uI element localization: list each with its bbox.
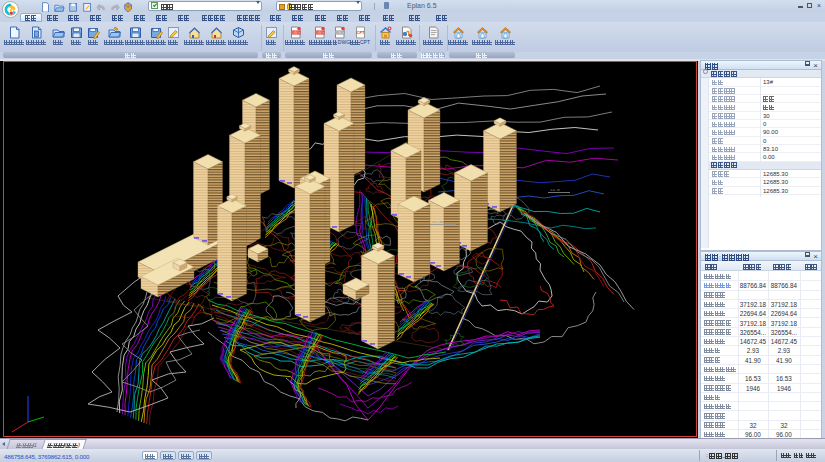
- svg-text:DWG: DWG: [315, 30, 324, 34]
- svg-text:DWG: DWG: [291, 30, 300, 34]
- svg-text:CPT: CPT: [356, 30, 365, 35]
- svg-text:DWG: DWG: [335, 30, 344, 34]
